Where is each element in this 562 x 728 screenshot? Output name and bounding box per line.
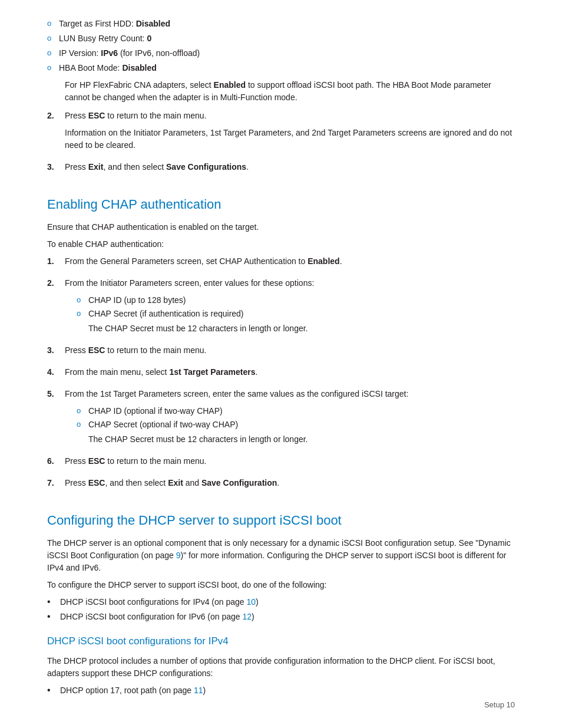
chap-step-2-num: 2. (47, 277, 65, 340)
chap-intro-1: Ensure that CHAP authentication is enabl… (47, 221, 515, 233)
chap-step-5: 5. From the 1st Target Parameters screen… (47, 388, 515, 450)
chap-step-7-text: Press ESC, and then select Exit and Save… (65, 477, 515, 489)
chap-step-4-num: 4. (47, 366, 65, 383)
top-bullets: Target as First HDD: Disabled LUN Busy R… (47, 18, 515, 74)
step-2-top: 2. Press ESC to return to the main menu.… (47, 110, 515, 156)
chap-step-5-bullets: CHAP ID (optional if two-way CHAP) CHAP … (65, 405, 515, 431)
bullet-hba-boot-value: Disabled (122, 63, 156, 73)
bullet-target-hdd: Target as First HDD: Disabled (47, 18, 515, 30)
chap-step-1: 1. From the General Parameters screen, s… (47, 255, 515, 272)
dhcp-para-1: The DHCP server is an optional component… (47, 537, 515, 574)
chap-bullet-chap-id: CHAP ID (up to 128 bytes) (77, 294, 515, 307)
step-2-top-content: Press ESC to return to the main menu. In… (65, 110, 515, 156)
hba-note: For HP FlexFabric CNA adapters, select E… (47, 79, 515, 104)
dhcp-section-heading: Configuring the DHCP server to support i… (47, 510, 515, 530)
dhcp-bullet-ipv6: DHCP iSCSI boot configuration for IPv6 (… (47, 611, 515, 623)
chap-step-5-num: 5. (47, 388, 65, 450)
bullet-hba-boot: HBA Boot Mode: Disabled (47, 62, 515, 74)
bullet-lun-retry-value: 0 (147, 34, 151, 43)
chap-step-2-bullets: CHAP ID (up to 128 bytes) CHAP Secret (i… (65, 294, 515, 320)
chap-step-4: 4. From the main menu, select 1st Target… (47, 366, 515, 383)
step-3-top: 3. Press Exit, and then select Save Conf… (47, 161, 515, 178)
chap-step-5-content: From the 1st Target Parameters screen, e… (65, 388, 515, 450)
chap-step-7-content: Press ESC, and then select Exit and Save… (65, 477, 515, 494)
chap-intro-2: To enable CHAP authentication: (47, 238, 515, 251)
chap-section-heading: Enabling CHAP authentication (47, 195, 515, 214)
dhcp-para-2: To configure the DHCP server to support … (47, 579, 515, 591)
chap-step-3-num: 3. (47, 344, 65, 361)
chap-step-1-content: From the General Parameters screen, set … (65, 255, 515, 272)
chap-step-3: 3. Press ESC to return to the main menu. (47, 344, 515, 361)
chap-bullet-chap-secret: CHAP Secret (if authentication is requir… (77, 308, 515, 320)
chap-step-1-num: 1. (47, 255, 65, 272)
dhcp-bullet-ipv4: DHCP iSCSI boot configurations for IPv4 … (47, 596, 515, 608)
dhcp-link-12[interactable]: 12 (242, 612, 252, 621)
step-3-top-num: 3. (47, 161, 65, 178)
chap-step-2-text: From the Initiator Parameters screen, en… (65, 277, 515, 289)
step-2-top-text: Press ESC to return to the main menu. (65, 110, 515, 122)
chap-step5-bullet-secret: CHAP Secret (optional if two-way CHAP) (77, 419, 515, 431)
dhcp-link-9[interactable]: 9 (176, 551, 181, 560)
chap-step-3-text: Press ESC to return to the main menu. (65, 344, 515, 357)
dhcp-sub-bullet-option17: DHCP option 17, root path (on page 11) (47, 684, 515, 697)
chap-step-3-content: Press ESC to return to the main menu. (65, 344, 515, 361)
dhcp-sub-bullets: DHCP option 17, root path (on page 11) (47, 684, 515, 697)
chap-step-6-content: Press ESC to return to the main menu. (65, 455, 515, 472)
chap-step-7-num: 7. (47, 477, 65, 494)
dhcp-link-10[interactable]: 10 (246, 597, 256, 607)
dhcp-bullets: DHCP iSCSI boot configurations for IPv4 … (47, 596, 515, 623)
chap-step-2-note: The CHAP Secret must be 12 characters in… (65, 322, 515, 335)
step-3-top-text: Press Exit, and then select Save Configu… (65, 161, 515, 173)
page-footer: Setup 10 (484, 699, 515, 711)
chap-step-5-note: The CHAP Secret must be 12 characters in… (65, 433, 515, 446)
chap-step-7: 7. Press ESC, and then select Exit and S… (47, 477, 515, 494)
chap-step-1-text: From the General Parameters screen, set … (65, 255, 515, 268)
chap-step-2-content: From the Initiator Parameters screen, en… (65, 277, 515, 340)
chap-step-4-content: From the main menu, select 1st Target Pa… (65, 366, 515, 383)
step-3-top-content: Press Exit, and then select Save Configu… (65, 161, 515, 178)
step-2-top-note: Information on the Initiator Parameters,… (65, 127, 515, 151)
bullet-target-hdd-value: Disabled (136, 19, 170, 28)
footer-text: Setup 10 (484, 700, 515, 709)
bullet-ip-version: IP Version: IPv6 (for IPv6, non-offload) (47, 47, 515, 60)
chap-step-4-text: From the main menu, select 1st Target Pa… (65, 366, 515, 378)
bullet-ip-version-value: IPv6 (101, 48, 118, 58)
chap-step-6: 6. Press ESC to return to the main menu. (47, 455, 515, 472)
top-bullet-section: Target as First HDD: Disabled LUN Busy R… (47, 18, 515, 104)
chap-step-5-text: From the 1st Target Parameters screen, e… (65, 388, 515, 400)
dhcp-sub-para-1: The DHCP protocol includes a number of o… (47, 655, 515, 680)
step-2-top-num: 2. (47, 110, 65, 156)
dhcp-link-11[interactable]: 11 (194, 686, 203, 695)
chap-step-2: 2. From the Initiator Parameters screen,… (47, 277, 515, 340)
dhcp-subsection-heading: DHCP iSCSI boot configurations for IPv4 (47, 634, 515, 649)
chap-step5-bullet-id: CHAP ID (optional if two-way CHAP) (77, 405, 515, 417)
bullet-lun-retry: LUN Busy Retry Count: 0 (47, 32, 515, 45)
chap-step-6-num: 6. (47, 455, 65, 472)
chap-step-6-text: Press ESC to return to the main menu. (65, 455, 515, 467)
